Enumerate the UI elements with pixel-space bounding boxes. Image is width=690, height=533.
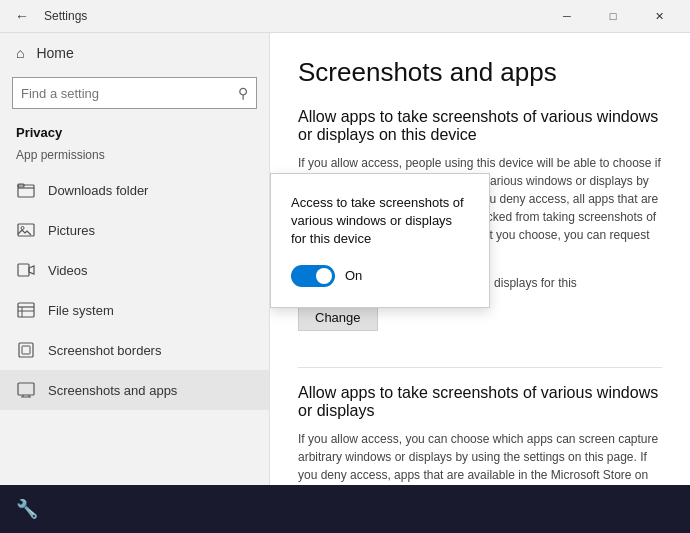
sidebar-item-downloads-folder[interactable]: Downloads folder bbox=[0, 170, 269, 210]
change-button[interactable]: Change bbox=[298, 304, 378, 331]
sidebar-item-pictures[interactable]: Pictures bbox=[0, 210, 269, 250]
app-permissions-label: App permissions bbox=[0, 144, 269, 170]
videos-icon bbox=[16, 260, 36, 280]
back-button[interactable]: ← bbox=[8, 2, 36, 30]
svg-rect-5 bbox=[18, 303, 34, 317]
svg-rect-4 bbox=[18, 264, 29, 276]
access-popup: Access to take screenshots of various wi… bbox=[270, 173, 490, 308]
svg-point-3 bbox=[21, 227, 24, 230]
svg-rect-6 bbox=[19, 343, 33, 357]
svg-rect-2 bbox=[18, 224, 34, 236]
main-layout: ⌂ Home ⚲ Privacy App permissions Downloa… bbox=[0, 32, 690, 485]
access-toggle[interactable] bbox=[291, 265, 335, 287]
sidebar-item-screenshots-and-apps[interactable]: Screenshots and apps bbox=[0, 370, 269, 410]
content-area: Screenshots and apps Allow apps to take … bbox=[270, 33, 690, 485]
popup-title: Access to take screenshots of various wi… bbox=[291, 194, 469, 249]
svg-rect-7 bbox=[22, 346, 30, 354]
page-title: Screenshots and apps bbox=[298, 57, 662, 88]
close-button[interactable]: ✕ bbox=[636, 0, 682, 32]
window-controls: ─ □ ✕ bbox=[544, 0, 682, 32]
search-icon: ⚲ bbox=[238, 85, 248, 101]
sidebar-item-file-system[interactable]: File system bbox=[0, 290, 269, 330]
screenshot-borders-icon bbox=[16, 340, 36, 360]
downloads-folder-icon bbox=[16, 180, 36, 200]
toggle-row: On bbox=[291, 265, 469, 287]
file-system-icon bbox=[16, 300, 36, 320]
svg-rect-8 bbox=[18, 383, 34, 395]
section2-heading: Allow apps to take screenshots of variou… bbox=[298, 384, 662, 420]
sidebar: ⌂ Home ⚲ Privacy App permissions Downloa… bbox=[0, 33, 270, 485]
section2-text: If you allow access, you can choose whic… bbox=[298, 430, 662, 485]
screenshots-and-apps-icon bbox=[16, 380, 36, 400]
minimize-button[interactable]: ─ bbox=[544, 0, 590, 32]
titlebar: ← Settings ─ □ ✕ bbox=[0, 0, 690, 32]
app-title: Settings bbox=[44, 9, 544, 23]
maximize-button[interactable]: □ bbox=[590, 0, 636, 32]
pictures-icon bbox=[16, 220, 36, 240]
taskbar-tool-icon[interactable]: 🔧 bbox=[8, 490, 46, 528]
taskbar: 🔧 bbox=[0, 485, 690, 533]
sidebar-item-screenshot-borders[interactable]: Screenshot borders bbox=[0, 330, 269, 370]
section1-heading: Allow apps to take screenshots of variou… bbox=[298, 108, 662, 144]
home-icon: ⌂ bbox=[16, 45, 24, 61]
sidebar-item-videos[interactable]: Videos bbox=[0, 250, 269, 290]
toggle-label: On bbox=[345, 268, 362, 283]
privacy-section-title: Privacy bbox=[0, 117, 269, 144]
sidebar-home-item[interactable]: ⌂ Home bbox=[0, 33, 269, 73]
section-divider bbox=[298, 367, 662, 368]
search-box[interactable]: ⚲ bbox=[12, 77, 257, 109]
search-input[interactable] bbox=[21, 86, 238, 101]
